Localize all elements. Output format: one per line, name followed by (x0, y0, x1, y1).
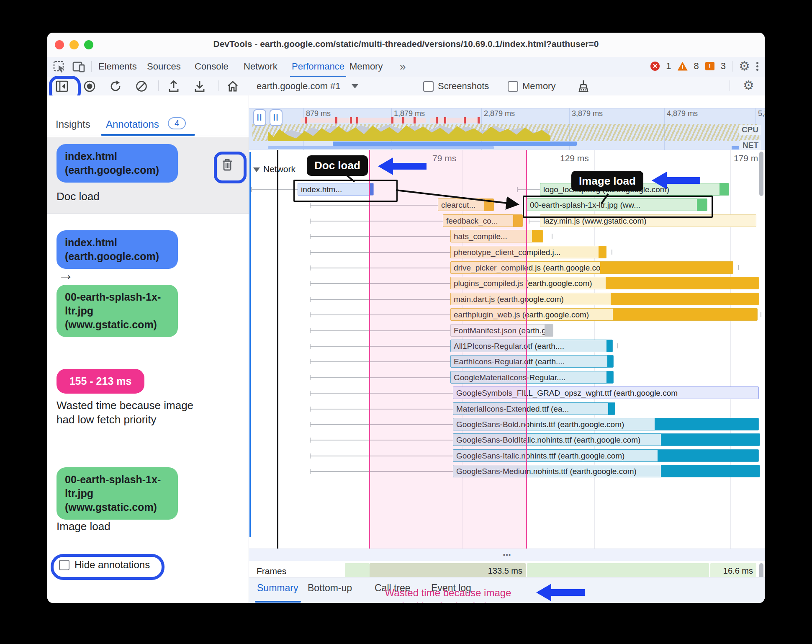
annotations-count-badge: 4 (168, 117, 186, 129)
tab-elements[interactable]: Elements (97, 57, 139, 76)
capture-settings-gear-icon[interactable]: ⚙ (743, 79, 754, 92)
hide-annotations-label: Hide annotations (75, 559, 150, 571)
annotation-pill-range[interactable]: 155 - 213 ms (57, 369, 144, 394)
long-task-tick (464, 117, 466, 124)
annotation-entry-doc-load[interactable]: index.html (earth.google.com) Doc load (47, 137, 249, 214)
record-icon[interactable] (83, 79, 96, 93)
overview-tick-label: 879 ms (306, 109, 331, 118)
long-task-tick (305, 117, 307, 124)
long-task-tick (414, 117, 416, 124)
net-bar-secondary (268, 146, 494, 149)
image-load-arrow-icon (652, 172, 700, 189)
annotation-entry-image-load[interactable]: 00-earth-splash-1x-ltr.jpg (www.gstatic.… (47, 467, 249, 547)
annotation-entry-connection[interactable]: index.html (earth.google.com) → 00-earth… (47, 225, 249, 351)
wasted-time-caption: Wasted time because imagehad low fetch p… (370, 586, 527, 603)
annotation-pill-image[interactable]: 00-earth-splash-1x-ltr.jpg (www.gstatic.… (57, 467, 178, 520)
tab-sources[interactable]: Sources (145, 57, 182, 76)
cpu-band-label: CPU (739, 125, 761, 135)
tab-summary[interactable]: Summary (257, 582, 298, 594)
annotation-connectors (249, 150, 765, 549)
timeline-main: 879 ms1,879 ms2,879 ms3,879 ms4,879 ms5,… (249, 95, 765, 603)
timeline-overview[interactable]: 879 ms1,879 ms2,879 ms3,879 ms4,879 ms5,… (249, 108, 765, 150)
badge-divider (732, 61, 732, 72)
sidebar-tabs-border (47, 136, 249, 136)
download-profile-icon[interactable] (194, 79, 206, 93)
kebab-menu-icon[interactable] (756, 61, 759, 72)
trash-icon[interactable] (221, 158, 234, 172)
frames-track-label: Frames (257, 566, 286, 576)
toolbar-divider (91, 61, 92, 72)
chevron-down-icon (352, 84, 358, 88)
interaction-strip (301, 118, 426, 123)
panel-tab-bar: ElementsSourcesConsoleNetworkPerformance… (47, 57, 765, 77)
annotation-pill-from[interactable]: index.html (earth.google.com) (57, 230, 178, 269)
tab-annotations[interactable]: Annotations (106, 118, 159, 130)
status-cluster: ✕ 1 ! 8 ! 3 ⚙ (650, 60, 759, 72)
issues-badge-icon[interactable]: ! (705, 62, 714, 70)
long-task-tick (335, 117, 337, 124)
long-task-tick (478, 117, 480, 124)
device-toolbar-icon[interactable] (72, 61, 86, 73)
target-selector[interactable]: earth.google.com #1 (257, 79, 358, 93)
net-band-label: NET (740, 140, 761, 150)
error-count[interactable]: 1 (666, 61, 671, 72)
overview-tick-label: 2,879 ms (484, 109, 515, 118)
tab-memory[interactable]: Memory (348, 57, 384, 76)
settings-gear-icon[interactable]: ⚙ (739, 60, 750, 72)
warning-count[interactable]: 8 (694, 61, 699, 72)
warning-badge-icon[interactable]: ! (678, 62, 688, 71)
annotation-pill-to[interactable]: 00-earth-splash-1x-ltr.jpg (www.gstatic.… (57, 285, 178, 337)
target-selector-value[interactable]: earth.google.com #1 (257, 81, 341, 92)
more-tabs-icon[interactable]: » (398, 57, 407, 76)
overview-tick-label: 3,879 ms (572, 109, 603, 118)
hide-annotations-toggle[interactable]: Hide annotations (59, 559, 150, 571)
perfbar-divider-2 (218, 80, 218, 91)
timeline-detail[interactable]: 79 ms129 ms179 m Network index.htm...log… (249, 150, 765, 549)
toggle-sidebar-icon[interactable] (56, 79, 68, 93)
devtools-window: DevTools - earth.google.com/static/multi… (47, 33, 765, 603)
overview-net-band: NET (249, 141, 765, 150)
image-load-callout: Image load (571, 171, 643, 191)
overview-tick-label: 5,8 (758, 109, 765, 118)
tab-performance[interactable]: Performance (290, 57, 346, 77)
long-task-tick (356, 117, 358, 124)
memory-label: Memory (522, 81, 555, 92)
annotation-label: Image load (57, 520, 110, 533)
long-task-tick (436, 117, 438, 124)
reload-record-icon[interactable] (109, 79, 122, 93)
tab-insights[interactable]: Insights (56, 118, 90, 130)
clear-icon[interactable] (135, 79, 148, 93)
memory-toggle[interactable]: Memory (508, 79, 555, 93)
annotation-entry-range[interactable]: 155 - 213 ms Wasted time because image h… (47, 366, 249, 466)
net-bar-main (333, 142, 577, 146)
tab-console[interactable]: Console (193, 57, 230, 76)
upload-profile-icon[interactable] (168, 79, 180, 93)
range-handle-right[interactable]: || (270, 109, 283, 126)
issues-count[interactable]: 3 (721, 61, 726, 72)
garbage-collect-icon[interactable] (577, 79, 590, 93)
perfbar-divider-1 (158, 80, 159, 91)
annotations-sidebar: Insights Annotations 4 index.html (earth… (47, 95, 249, 603)
error-badge-icon[interactable]: ✕ (650, 62, 660, 71)
hide-annotations-checkbox[interactable] (59, 560, 69, 570)
net-bar-late (732, 146, 739, 149)
doc-load-arrow-icon (378, 157, 427, 175)
screenshots-toggle[interactable]: Screenshots (423, 79, 489, 93)
tab-bottom-up[interactable]: Bottom-up (308, 582, 352, 594)
collapsed-rows-indicator[interactable]: ... (249, 549, 765, 561)
long-task-tick (350, 117, 352, 124)
inspect-icon[interactable] (53, 61, 66, 73)
overview-tick-label: 1,879 ms (394, 109, 425, 118)
doc-load-callout: Doc load (307, 155, 368, 176)
range-handle-left[interactable]: || (253, 109, 266, 126)
bottom-active-tab-underline (255, 601, 301, 603)
long-task-tick (402, 117, 404, 124)
annotation-pill-index[interactable]: index.html (earth.google.com) (57, 144, 178, 183)
home-icon[interactable] (226, 79, 239, 93)
screenshots-checkbox[interactable] (423, 81, 434, 92)
connection-arrow-icon: → (58, 265, 74, 283)
perfbar-divider-3 (730, 80, 730, 91)
tab-network[interactable]: Network (242, 57, 279, 76)
annotation-label: Doc load (57, 190, 100, 203)
memory-checkbox[interactable] (508, 81, 518, 92)
